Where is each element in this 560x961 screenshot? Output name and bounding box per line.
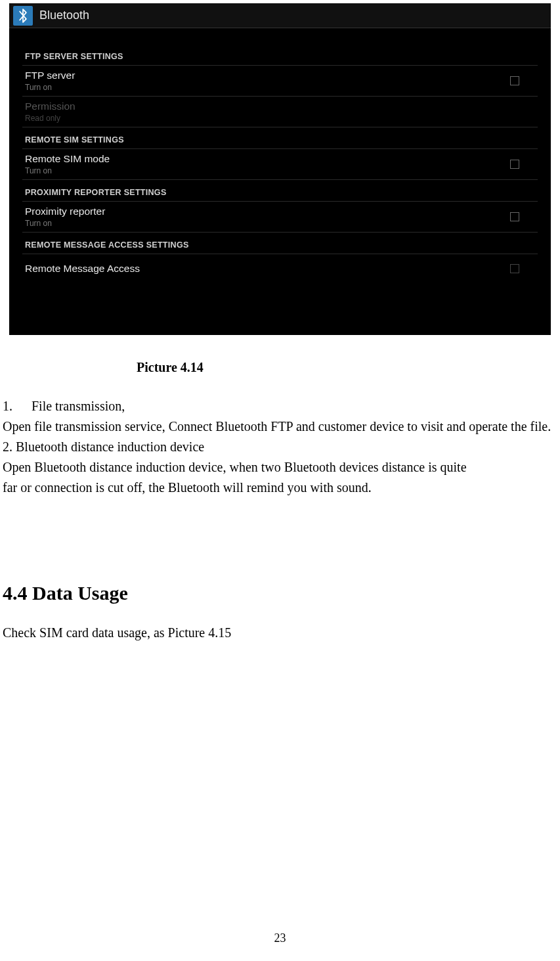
paragraph-bt-distance-2: far or connection is cut off, the Blueto… [3, 478, 557, 498]
section-header-sim: REMOTE SIM SETTINGS [22, 127, 538, 149]
setting-remote-message-access[interactable]: Remote Message Access [22, 254, 538, 283]
bluetooth-settings-screenshot: Bluetooth FTP SERVER SETTINGS FTP server… [9, 3, 551, 335]
bluetooth-glyph-icon [16, 7, 30, 24]
setting-subtitle: Turn on [25, 83, 510, 92]
settings-panel: FTP SERVER SETTINGS FTP server Turn on P… [9, 28, 551, 283]
bluetooth-icon [13, 6, 33, 26]
paragraph-bt-distance-1: Open Bluetooth distance induction device… [3, 457, 557, 478]
setting-title: Remote SIM mode [25, 153, 510, 166]
setting-proximity-reporter[interactable]: Proximity reporter Turn on [22, 202, 538, 233]
checkbox-ftp-server[interactable] [510, 76, 519, 85]
section-header-prox: PROXIMITY REPORTER SETTINGS [22, 180, 538, 202]
setting-title: FTP server [25, 70, 510, 82]
bluetooth-title: Bluetooth [39, 9, 89, 22]
section-heading-data-usage: 4.4 Data Usage [3, 582, 557, 604]
section-header-msg: REMOTE MESSAGE ACCESS SETTINGS [22, 233, 538, 254]
paragraph-file-transmission: Open file transmission service, Connect … [3, 416, 557, 437]
setting-title: Remote Message Access [25, 263, 510, 275]
section-header-ftp: FTP SERVER SETTINGS [22, 44, 538, 66]
list-number: 1. [3, 396, 32, 416]
document-body: Picture 4.14 1.File transmission, Open f… [0, 360, 560, 643]
checkbox-proximity[interactable] [510, 212, 519, 221]
setting-subtitle: Turn on [25, 166, 510, 175]
page-number: 23 [0, 931, 560, 945]
setting-subtitle: Read only [25, 114, 535, 123]
list-item-1-title: 1.File transmission, [3, 396, 557, 416]
paragraph-data-usage: Check SIM card data usage, as Picture 4.… [3, 623, 557, 643]
bluetooth-header: Bluetooth [9, 3, 551, 28]
list-item-text: File transmission, [32, 399, 125, 413]
setting-subtitle: Turn on [25, 219, 510, 228]
checkbox-remote-sim[interactable] [510, 160, 519, 169]
checkbox-remote-message[interactable] [510, 264, 519, 273]
figure-caption: Picture 4.14 [3, 360, 557, 375]
setting-permission: Permission Read only [22, 97, 538, 127]
list-item-2-title: 2. Bluetooth distance induction device [3, 437, 557, 457]
setting-title: Proximity reporter [25, 206, 510, 218]
setting-ftp-server[interactable]: FTP server Turn on [22, 66, 538, 97]
setting-title: Permission [25, 101, 535, 113]
setting-remote-sim[interactable]: Remote SIM mode Turn on [22, 149, 538, 180]
